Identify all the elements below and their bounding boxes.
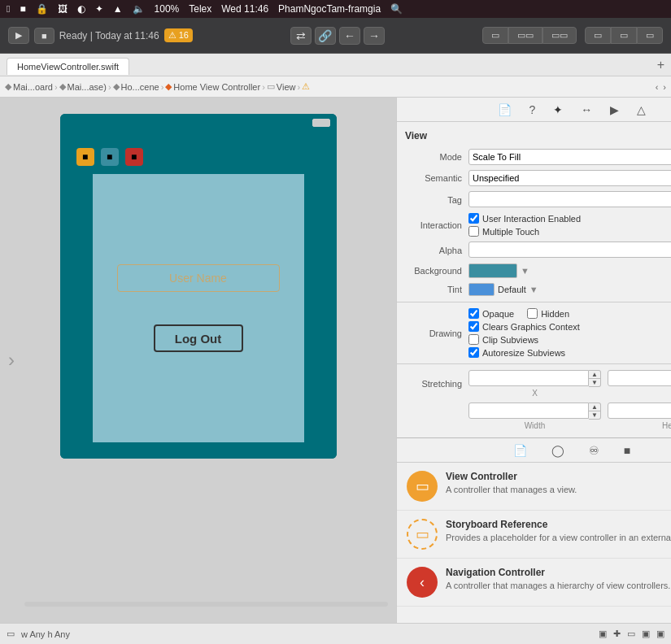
sw-dec[interactable]: ▼ [589,411,600,419]
clip-subviews-checkbox[interactable]: Clip Subviews [468,334,580,345]
background-control[interactable]: ▼ [468,263,671,278]
canvas-options-icon[interactable]: ▣ [642,629,650,639]
user-interaction-check[interactable] [468,213,479,224]
bottom-panel-btn[interactable]: ▭ [611,27,637,44]
tag-control[interactable]: 0 ▲ ▼ [468,191,671,208]
stop-button[interactable]: ■ [34,28,54,44]
background-chevron[interactable]: ▼ [521,266,529,276]
align-left-icon[interactable]: ⇄ [290,27,312,45]
alpha-input[interactable]: 1 [468,242,671,258]
lib-item-navigation[interactable]: ‹ Navigation Controller A controller tha… [397,559,671,607]
version-view-btn[interactable]: ▭▭ [542,27,577,44]
next-nav-icon[interactable]: › [663,82,666,92]
multiple-touch-checkbox[interactable]: Multiple Touch [468,226,581,237]
menubar-user: PhamNgocTam-framgia [278,3,381,15]
tint-default-label: Default [498,285,526,294]
back-arrow[interactable]: › [8,349,15,372]
bindings-icon[interactable]: △ [633,102,650,118]
toolbar-right: ▭ ▭▭ ▭▭ ▭ ▭ ▭ [482,27,663,44]
forward-icon[interactable]: → [364,27,385,45]
hidden-check[interactable] [527,308,538,319]
mode-control[interactable]: Scale To Fill [468,149,671,165]
autoresize-subviews-checkbox[interactable]: Autoresize Subviews [468,347,580,358]
clip-subviews-check[interactable] [468,334,479,345]
tint-control[interactable]: Default ▼ [468,283,671,296]
back-icon[interactable]: ← [339,27,360,45]
run-button[interactable]: ▶ [8,27,29,44]
semantic-row: Semantic Unspecified [397,168,671,189]
horizontal-scrollbar[interactable] [24,602,388,607]
lib-item-viewcontroller[interactable]: ▭ View Controller A controller that mana… [397,463,671,511]
assistant-view-btn[interactable]: ▭▭ [508,27,542,44]
lib-circle-icon[interactable]: ◯ [547,442,569,459]
inspector-icon[interactable]: ▣ [656,629,664,639]
add-tab-button[interactable]: + [657,58,664,72]
stretch-x-input[interactable]: 0 [468,370,589,386]
tag-input[interactable]: 0 [468,191,671,207]
clears-graphics-checkbox[interactable]: Clears Graphics Context [468,321,580,332]
lib-refresh-icon[interactable]: ♾ [585,442,603,459]
breadcrumb-item-1[interactable]: Mai...oard [13,82,53,92]
breadcrumb-icon-4: ◆ [165,81,172,92]
prev-nav-icon[interactable]: ‹ [656,82,659,92]
alpha-control[interactable]: 1 ▲ ▼ [468,242,671,259]
zoom-icon[interactable]: ✚ [613,629,621,639]
clears-graphics-check[interactable] [468,321,479,332]
fit-icon[interactable]: ▭ [627,629,635,639]
lock-icon: 🔒 [36,3,48,15]
stretch-w-input[interactable]: 1 [468,402,589,419]
lib-grid-icon[interactable]: ■ [620,442,634,459]
single-view-btn[interactable]: ▭ [482,27,508,44]
warning-badge[interactable]: ⚠ 16 [164,28,193,42]
lib-sb-text: Storyboard Reference Provides a placehol… [446,519,671,543]
stretch-y-input[interactable]: 0 [608,370,671,386]
breadcrumb-item-5[interactable]: View [277,82,296,92]
connections-icon[interactable]: ▶ [606,102,623,118]
user-interaction-checkbox[interactable]: User Interaction Enabled [468,213,581,224]
statusbar-right: ▣ ✚ ▭ ▣ ▣ [599,629,664,639]
apple-icon[interactable]:  [7,3,10,15]
autoresize-subviews-check[interactable] [468,347,479,358]
breadcrumb-item-3[interactable]: Ho...cene [121,82,159,92]
alpha-row: Alpha 1 ▲ ▼ [397,239,671,261]
tint-chevron[interactable]: ▼ [529,285,538,294]
stretch-x-stepper[interactable]: ▲ ▼ [589,370,601,387]
opaque-checkbox[interactable]: Opaque [468,308,514,319]
sw-inc[interactable]: ▲ [589,403,600,411]
tint-color-swatch[interactable] [468,283,495,296]
username-field[interactable]: User Name [117,264,280,292]
semantic-control[interactable]: Unspecified [468,170,671,186]
quick-help-icon[interactable]: ? [525,102,540,118]
tab-homeviewcontroller[interactable]: HomeViewController.swift [7,58,129,75]
sx-inc[interactable]: ▲ [589,371,600,379]
lib-sb-desc: Provides a placeholder for a view contro… [446,532,671,543]
height-sublabel: Height [608,421,671,430]
breadcrumb-icon-2: ◆ [59,81,66,92]
grid-icon[interactable]: ▣ [599,629,607,639]
lib-toolbar: 📄 ◯ ♾ ■ [397,438,671,463]
multiple-touch-check[interactable] [468,226,479,237]
vc-icon: ▭ [407,471,438,502]
semantic-select[interactable]: Unspecified [468,170,671,186]
search-icon[interactable]: 🔍 [390,3,403,15]
stretch-h-input[interactable]: 1 [608,402,671,419]
stretching-label: Stretching [403,379,468,389]
opaque-check[interactable] [468,308,479,319]
breadcrumb-item-4[interactable]: Home View Controller [173,82,260,92]
right-panel-btn[interactable]: ▭ [637,27,663,44]
file-icon[interactable]: 📄 [494,102,516,118]
left-panel-btn[interactable]: ▭ [585,27,611,44]
hidden-checkbox[interactable]: Hidden [527,308,569,319]
lib-file-icon[interactable]: 📄 [509,442,531,459]
view-options-icon-1[interactable]: ▭ [7,629,15,639]
lib-item-storyboard[interactable]: ▭ Storyboard Reference Provides a placeh… [397,511,671,559]
link-icon[interactable]: 🔗 [315,27,336,45]
size-icon[interactable]: ↔ [577,102,596,118]
mode-select[interactable]: Scale To Fill [468,149,671,165]
logout-button[interactable]: Log Out [154,324,243,352]
sx-dec[interactable]: ▼ [589,379,600,386]
attributes-icon[interactable]: ✦ [549,102,567,118]
breadcrumb-item-2[interactable]: Mai...ase) [68,82,107,92]
background-color-swatch[interactable] [468,263,517,278]
stretch-w-stepper[interactable]: ▲ ▼ [589,402,601,420]
